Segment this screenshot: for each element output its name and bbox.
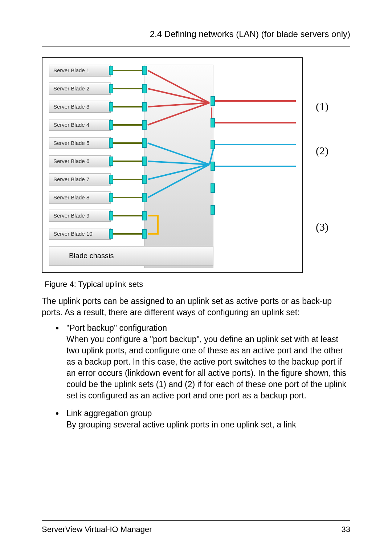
blade-label: Server Blade 3 <box>53 104 89 110</box>
svg-rect-31 <box>109 230 113 238</box>
svg-rect-59 <box>211 162 215 171</box>
blade-label: Server Blade 6 <box>53 158 89 164</box>
intro-paragraph: The uplink ports can be assigned to an u… <box>42 296 350 318</box>
bullet-body: When you configure a "port backup", you … <box>66 334 346 400</box>
svg-rect-57 <box>211 118 215 127</box>
svg-rect-41 <box>143 230 146 238</box>
blade-label: Server Blade 1 <box>53 67 89 73</box>
footer-doc-title: ServerView Virtual-IO Manager <box>42 525 152 534</box>
bullet-item: "Port backup" configuration When you con… <box>64 322 350 401</box>
svg-rect-39 <box>143 193 146 202</box>
svg-rect-36 <box>143 139 146 147</box>
svg-rect-22 <box>109 66 113 75</box>
svg-rect-32 <box>143 66 146 75</box>
header-divider <box>42 46 350 46</box>
svg-rect-37 <box>143 157 146 166</box>
bullet-title: "Port backup" configuration <box>66 323 167 333</box>
blade-label: Server Blade 9 <box>53 212 89 219</box>
svg-rect-33 <box>143 84 146 93</box>
blade-label: Server Blade 4 <box>53 122 89 128</box>
figure-caption: Figure 4: Typical uplink sets <box>45 280 350 289</box>
blade-label: Server Blade 5 <box>53 140 89 146</box>
svg-rect-58 <box>211 140 215 149</box>
svg-rect-61 <box>211 206 215 214</box>
blade-label: Server Blade 2 <box>53 85 89 92</box>
svg-rect-30 <box>109 211 113 220</box>
page-footer: ServerView Virtual-IO Manager 33 <box>42 520 350 534</box>
footer-divider <box>42 520 350 521</box>
blade-label: Server Blade 10 <box>53 231 93 237</box>
bullet-list: "Port backup" configuration When you con… <box>42 322 350 430</box>
svg-rect-60 <box>211 184 215 192</box>
svg-rect-38 <box>143 175 146 184</box>
svg-rect-26 <box>109 139 113 147</box>
svg-rect-34 <box>143 102 146 111</box>
chassis-label: Blade chassis <box>69 252 114 260</box>
svg-rect-56 <box>211 97 215 105</box>
blade-label: Server Blade 8 <box>53 194 89 200</box>
annotation-3: (3) <box>316 221 328 233</box>
figure-container: Server Blade 1 Server Blade 2 Server Bla… <box>42 57 303 273</box>
svg-rect-29 <box>109 193 113 202</box>
annotation-1: (1) <box>316 100 328 113</box>
svg-rect-40 <box>143 211 146 220</box>
bullet-title: Link aggregation group <box>66 409 152 418</box>
blade-label: Server Blade 7 <box>53 176 89 182</box>
bullet-body: By grouping several active uplink ports … <box>66 420 296 429</box>
svg-rect-28 <box>109 175 113 184</box>
footer-page-number: 33 <box>342 525 350 534</box>
svg-rect-25 <box>109 121 113 129</box>
svg-rect-35 <box>143 121 146 129</box>
svg-rect-27 <box>109 157 113 166</box>
section-title: 2.4 Defining networks (LAN) (for blade s… <box>42 29 350 39</box>
svg-rect-24 <box>109 102 113 111</box>
bullet-item: Link aggregation group By grouping sever… <box>64 408 350 430</box>
svg-rect-23 <box>109 84 113 93</box>
network-diagram: Server Blade 1 Server Blade 2 Server Bla… <box>49 65 296 268</box>
annotation-2: (2) <box>316 145 328 157</box>
